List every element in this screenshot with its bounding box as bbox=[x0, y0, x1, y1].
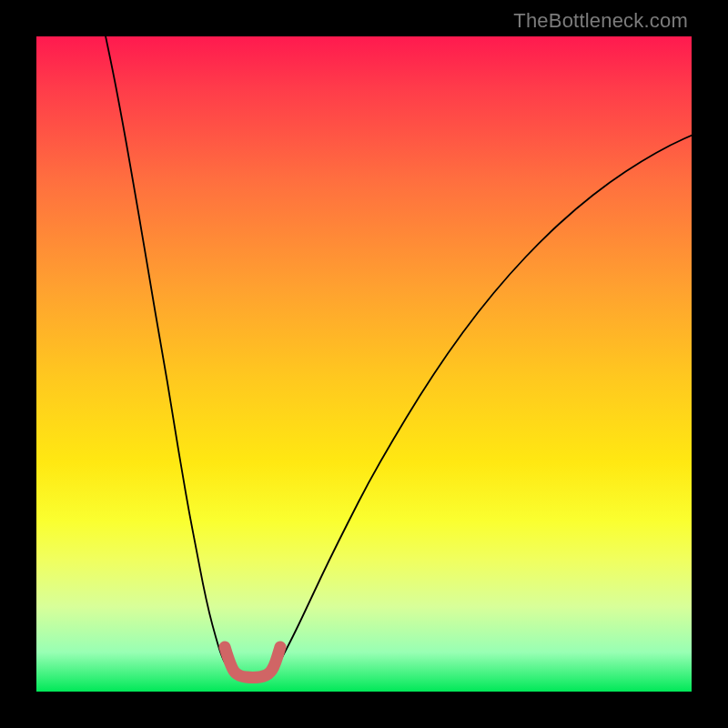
gradient-plot-area bbox=[36, 36, 692, 692]
left-curve bbox=[105, 32, 238, 674]
bucket-highlight bbox=[225, 647, 280, 678]
curve-layer bbox=[36, 36, 692, 692]
watermark-text: TheBottleneck.com bbox=[513, 9, 688, 33]
right-curve bbox=[268, 133, 697, 674]
